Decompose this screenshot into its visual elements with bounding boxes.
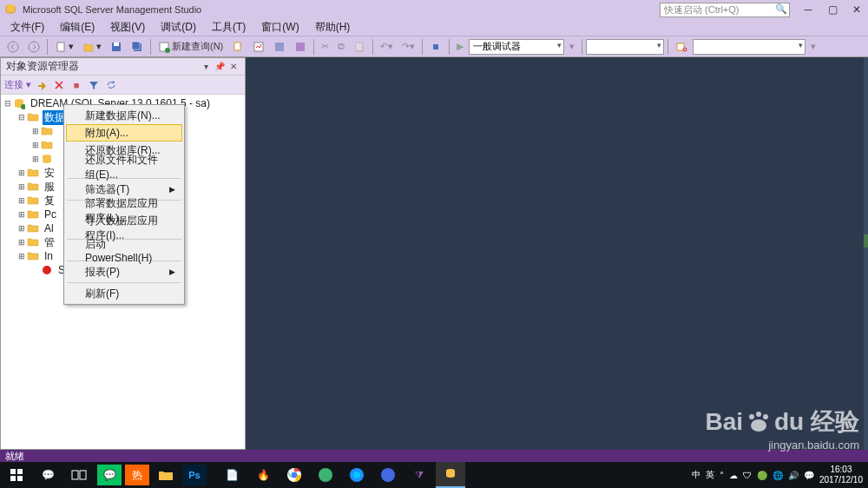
panel-dropdown-icon[interactable]: ▾ (200, 62, 212, 71)
pt-stop-icon[interactable]: ■ (69, 78, 83, 92)
ime-lang[interactable]: 中 (692, 469, 700, 481)
cm-new-database[interactable]: 新建数据库(N)... (66, 107, 182, 124)
save-button[interactable] (107, 38, 126, 56)
cm-refresh[interactable]: 刷新(F) (66, 285, 182, 302)
expand-icon[interactable]: ⊞ (30, 141, 41, 149)
cm-import-dac[interactable]: 导入数据层应用程序(I)... (66, 220, 182, 237)
menu-file[interactable]: 文件(F) (3, 18, 51, 36)
menu-debug[interactable]: 调试(D) (154, 18, 203, 36)
new-file-button[interactable]: ▾ (51, 38, 77, 56)
expand-icon[interactable]: ⊞ (16, 196, 27, 205)
folder-icon (27, 167, 41, 179)
tb-find-button[interactable] (672, 38, 691, 56)
safe-icon[interactable]: 🟢 (757, 471, 767, 480)
nav-fwd-button[interactable] (24, 38, 43, 56)
panel-close-icon[interactable]: ✕ (227, 62, 240, 71)
new-query-button[interactable]: 新建查询(N) (155, 38, 227, 56)
tb-more-arrow[interactable]: ▾ (566, 38, 578, 56)
collapse-icon[interactable]: ⊟ (3, 99, 13, 108)
photoshop-icon[interactable]: Ps (182, 465, 207, 485)
start-button[interactable] (2, 462, 31, 488)
minimize-button[interactable]: ─ (800, 3, 816, 16)
cm-restore-files[interactable]: 还原文件和文件组(E)... (66, 159, 182, 176)
ime-mode[interactable]: 英 (706, 469, 714, 481)
menu-window[interactable]: 窗口(W) (254, 18, 306, 36)
app-red-icon[interactable]: 🔥 (248, 462, 278, 488)
folder-icon (27, 236, 41, 248)
titlebar: Microsoft SQL Server Management Studio 快… (0, 0, 868, 19)
quick-launch-input[interactable]: 快速启动 (Ctrl+Q) 🔍 (660, 3, 790, 17)
expand-icon[interactable]: ⊞ (16, 224, 27, 233)
pt-filter-icon[interactable] (87, 78, 101, 92)
pt-refresh-icon[interactable] (104, 78, 118, 92)
tb-copy2-button[interactable]: ⧉ (334, 38, 348, 56)
system-tray[interactable]: 中 英 ˄ ☁ 🛡 🟢 🌐 🔊 💬 16:03 2017/12/10 (692, 465, 866, 485)
search-icon: 🔍 (775, 3, 787, 15)
menu-edit[interactable]: 编辑(E) (53, 18, 102, 36)
cm-separator (67, 282, 181, 283)
onedrive-icon[interactable]: ☁ (729, 471, 738, 480)
tb-mdx-button[interactable] (291, 38, 310, 56)
tb-undo-button[interactable]: ↶▾ (377, 38, 397, 56)
expand-icon[interactable]: ⊞ (16, 210, 27, 219)
cm-reports[interactable]: 报表(P)▶ (66, 263, 182, 280)
app-orange-icon[interactable]: 热 (125, 465, 149, 485)
tb-target-button[interactable] (426, 38, 445, 56)
maximize-button[interactable]: ▢ (825, 3, 840, 16)
cm-powershell[interactable]: 启动 PowerShell(H) (66, 241, 182, 259)
expand-icon[interactable]: ⊞ (16, 252, 27, 260)
menu-view[interactable]: 视图(V) (103, 18, 152, 36)
menu-help[interactable]: 帮助(H) (308, 18, 358, 36)
tray-chevron-icon[interactable]: ˄ (720, 471, 724, 480)
notepad-icon[interactable]: 📄 (217, 462, 247, 488)
msg-icon[interactable]: 💬 (804, 471, 814, 480)
nav-back-button[interactable] (3, 38, 23, 56)
tb-redo-button[interactable]: ↷▾ (398, 38, 418, 56)
cortana-icon[interactable]: 💬 (33, 462, 62, 488)
connect-button[interactable]: 连接 ▾ (4, 78, 31, 91)
defender-icon[interactable]: 🛡 (743, 471, 752, 480)
expand-icon[interactable]: ⊞ (30, 127, 41, 135)
folder-icon (27, 195, 41, 207)
expand-icon[interactable]: ⊞ (30, 155, 41, 163)
network-icon[interactable]: 🌐 (773, 471, 783, 480)
expand-icon[interactable]: ⊞ (16, 182, 27, 191)
close-button[interactable]: ✕ (849, 3, 865, 16)
vs-icon[interactable]: ⧩ (404, 462, 434, 488)
cm-attach[interactable]: 附加(A)... (66, 124, 182, 142)
sound-icon[interactable]: 🔊 (788, 471, 799, 480)
tb-cut-button[interactable]: ✂ (318, 38, 332, 56)
taskview-icon[interactable] (64, 462, 94, 488)
scrollbar-thumb[interactable] (864, 234, 868, 247)
qq-browser-icon[interactable] (342, 462, 372, 488)
clock-date: 2017/12/10 (819, 475, 863, 485)
cm-filter[interactable]: 筛选器(T)▶ (66, 181, 182, 198)
tb-analyze-button[interactable] (249, 38, 268, 56)
menu-tools[interactable]: 工具(T) (205, 18, 253, 36)
panel-pin-icon[interactable]: 📌 (214, 62, 226, 71)
find-dropdown[interactable] (693, 39, 806, 55)
open-file-button[interactable]: ▾ (79, 38, 105, 56)
empty-dropdown[interactable] (586, 39, 664, 55)
expand-icon[interactable]: ⊞ (16, 168, 27, 177)
tb-play-button[interactable]: ▶ (453, 38, 467, 56)
pt-connect-icon[interactable] (35, 78, 49, 92)
pt-disconnect-icon[interactable] (52, 78, 66, 92)
tb-paste-button[interactable]: 📋 (350, 38, 369, 56)
explorer-icon[interactable] (151, 462, 181, 488)
save-all-button[interactable] (128, 38, 147, 56)
chrome-icon[interactable] (279, 462, 309, 488)
svg-point-29 (319, 468, 332, 482)
tb-copy-button[interactable] (228, 38, 247, 56)
expand-icon[interactable]: ⊞ (16, 238, 27, 247)
debug-mode-dropdown[interactable]: 一般调试器 (469, 39, 564, 55)
menubar: 文件(F) 编辑(E) 视图(V) 调试(D) 工具(T) 窗口(W) 帮助(H… (0, 19, 868, 36)
tb-end-arrow[interactable]: ▾ (807, 38, 819, 56)
uc-icon[interactable] (373, 462, 403, 488)
tb-dimension-button[interactable] (270, 38, 289, 56)
360-icon[interactable] (311, 462, 340, 488)
wechat-icon[interactable]: 💬 (97, 465, 122, 485)
collapse-icon[interactable]: ⊟ (16, 113, 27, 122)
ssms-taskbar-icon[interactable] (436, 462, 465, 488)
clock[interactable]: 16:03 2017/12/10 (819, 465, 863, 485)
